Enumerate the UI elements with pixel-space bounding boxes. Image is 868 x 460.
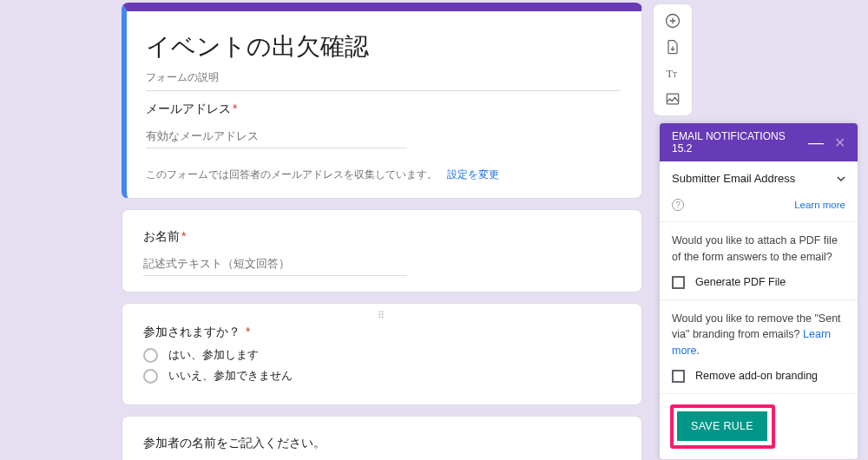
pdf-checkbox-row[interactable]: Generate PDF File [672,276,845,289]
name-label: お名前* [143,229,621,245]
form-header-card[interactable]: イベントの出欠確認 フォームの説明 メールアドレス* このフォームでは回答者のメ… [122,3,642,199]
help-icon[interactable]: ? [672,199,684,211]
dropdown-section: Submitter Email Address ? Learn more [660,161,858,222]
learn-more-link[interactable]: Learn more [794,200,845,210]
pdf-section: Would you like to attach a PDF file of t… [660,222,858,300]
panel-title-line2: 15.2 [672,142,786,154]
collect-note: このフォームでは回答者のメールアドレスを収集しています。 設定を変更 [146,168,621,182]
plus-circle-icon [664,12,681,30]
form-canvas: イベントの出欠確認 フォームの説明 メールアドレス* このフォームでは回答者のメ… [122,3,642,460]
required-asterisk: * [181,229,186,243]
submitter-email-dropdown[interactable]: Submitter Email Address [672,172,845,185]
panel-title: EMAIL NOTIFICATIONS 15.2 [672,130,786,154]
participant-question-card[interactable]: 参加者の名前をご記入ください。 [122,416,642,460]
required-asterisk: * [246,325,250,338]
email-notifications-panel: EMAIL NOTIFICATIONS 15.2 — ✕ Submitter E… [660,123,858,459]
radio-label: はい、参加します [168,347,259,363]
email-field-label: メールアドレス* [146,102,621,117]
import-question-button[interactable] [655,34,690,60]
radio-icon [143,348,158,363]
close-icon[interactable]: ✕ [834,135,845,151]
form-description[interactable]: フォームの説明 [146,70,621,91]
name-input[interactable] [143,252,406,276]
participant-label: 参加者の名前をご記入ください。 [143,436,621,451]
help-row: ? Learn more [672,199,845,211]
radio-icon [143,369,158,384]
pdf-checkbox-label: Generate PDF File [695,276,786,288]
add-image-button[interactable] [655,86,690,112]
checkbox-icon[interactable] [672,370,685,383]
change-settings-link[interactable]: 設定を変更 [447,168,499,181]
email-input[interactable] [146,124,407,148]
attend-label: 参加されますか？ * [143,325,621,340]
radio-option-no[interactable]: いいえ、参加できません [143,368,621,384]
drag-handle-icon[interactable]: ⠿ [143,310,621,321]
image-icon [664,90,681,108]
floating-toolbar: TT [653,3,693,116]
branding-question-text: Would you like to remove the "Sent via" … [672,311,845,359]
save-section: SAVE RULE [660,393,858,459]
pdf-question-text: Would you like to attach a PDF file of t… [672,233,845,266]
panel-header[interactable]: EMAIL NOTIFICATIONS 15.2 — ✕ [660,123,858,161]
radio-option-yes[interactable]: はい、参加します [143,347,621,363]
name-question-card[interactable]: お名前* [122,209,642,292]
branding-section: Would you like to remove the "Sent via" … [660,300,858,393]
form-title[interactable]: イベントの出欠確認 [146,30,621,63]
panel-title-line1: EMAIL NOTIFICATIONS [672,130,786,142]
branding-checkbox-label: Remove add-on branding [695,370,818,382]
required-asterisk: * [233,102,237,115]
minimize-icon[interactable]: — [808,134,824,152]
branding-checkbox-row[interactable]: Remove add-on branding [672,370,845,383]
add-title-button[interactable]: TT [655,60,690,86]
checkbox-icon[interactable] [672,276,685,289]
add-question-button[interactable] [655,8,690,34]
text-icon: TT [664,64,681,82]
caret-down-icon [837,174,845,183]
attend-label-text: 参加されますか？ [143,325,240,338]
dropdown-label: Submitter Email Address [672,172,795,185]
save-highlight-box: SAVE RULE [670,404,775,449]
save-rule-button[interactable]: SAVE RULE [677,411,767,441]
name-label-text: お名前 [143,229,180,243]
email-label-text: メールアドレス [146,102,231,115]
svg-text:T: T [673,71,677,79]
collect-note-text: このフォームでは回答者のメールアドレスを収集しています。 [146,168,437,181]
import-icon [664,38,681,56]
radio-label: いいえ、参加できません [168,368,293,384]
attend-question-card[interactable]: ⠿ 参加されますか？ * はい、参加します いいえ、参加できません [122,303,642,405]
